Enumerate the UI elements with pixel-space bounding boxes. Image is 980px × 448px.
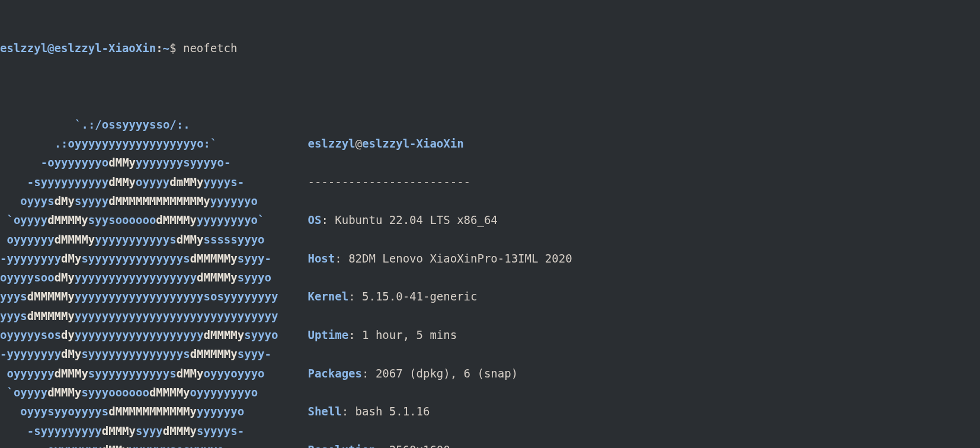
packages-key: Packages [308, 367, 362, 380]
ascii-logo-line: oyyysdMysyyyydMMMMMMMMMMMMMyyyyyyyo [0, 191, 278, 210]
os-key: OS [308, 213, 321, 226]
ascii-logo-line: oyyyyyydMMMMyyyyyyyyyyyysdMMysssssyyyo [0, 230, 278, 249]
ascii-logo: `.:/ossyyyysso/:. .:oyyyyyyyyyyyyyyyyyyo… [0, 115, 278, 448]
ascii-logo-line: `.:/ossyyyysso/:. [0, 115, 278, 134]
ascii-logo-line: .:oyyyyyyyyyyyyyyyyyyo:` [0, 134, 278, 153]
resolution-val: 2560x1600 [389, 443, 450, 448]
kernel-val: 5.15.0-41-generic [362, 290, 477, 303]
os-val: Kubuntu 22.04 LTS x86_64 [335, 213, 498, 226]
ascii-logo-line: `oyyyydMMMysyyyoooooodMMMMyoyyyyyyyyo [0, 383, 278, 402]
ascii-logo-line: oyyyyyydMMMysyyyyyyyyyyysdMMyoyyyoyyyo [0, 364, 278, 383]
ascii-logo-line: -yyyyyyyydMysyyyyyyyyyyyyyysdMMMMMysyyy- [0, 249, 278, 268]
prompt-user: eslzzyl [0, 41, 47, 55]
host-val: 82DM Lenovo XiaoXinPro-13IML 2020 [348, 252, 572, 265]
terminal-window[interactable]: eslzzyl@eslzzyl-XiaoXin:~$ neofetch `.:/… [0, 0, 980, 448]
uptime-val: 1 hour, 5 mins [362, 328, 457, 341]
prompt-host: eslzzyl-XiaoXin [55, 41, 156, 55]
packages-val: 2067 (dpkg), 6 (snap) [376, 367, 518, 380]
ascii-logo-line: oyyyyysosdyyyyyyyyyyyyyyyyyyyydMMMMysyyy… [0, 325, 278, 344]
resolution-key: Resolution [308, 443, 375, 448]
host-key: Host [308, 252, 335, 265]
ascii-logo-line: -oyyyyyyyodMMyyyyyyyysyyyyo- [0, 153, 278, 172]
kernel-key: Kernel [308, 290, 348, 303]
ascii-logo-line: -oyyyyyyydMMyyyyyyysosyyyyo- [0, 440, 278, 448]
info-dashes: ------------------------ [308, 175, 470, 188]
ascii-logo-line: yyysdMMMMMyyyyyyyyyyyyyyyyyyyysosyyyyyyy… [0, 287, 278, 306]
ascii-logo-line: -syyyyyyyyydMMMysyyydMMMysyyyys- [0, 421, 278, 440]
ascii-logo-line: yyysdMMMMMyyyyyyyyyyyyyyyyyyyyyyyyyyyyyy… [0, 306, 278, 325]
ascii-logo-line: oyyysyyoyyyysdMMMMMMMMMMMyyyyyyyo [0, 402, 278, 421]
ascii-logo-line: oyyyysoodMyyyyyyyyyyyyyyyyyyydMMMMysyyyo [0, 268, 278, 287]
ascii-logo-line: `oyyyydMMMMysyysoooooodMMMMyyyyyyyyyo` [0, 210, 278, 229]
ascii-logo-line: -syyyyyyyyyydMMyoyyyydmMMyyyyys- [0, 172, 278, 191]
prompt-path: ~ [163, 41, 169, 55]
prompt-line: eslzzyl@eslzzyl-XiaoXin:~$ neofetch [0, 39, 980, 57]
info-at: @ [356, 137, 362, 150]
prompt-at: @ [47, 41, 54, 55]
command-text: neofetch [183, 41, 238, 55]
shell-val: bash 5.1.16 [356, 405, 430, 418]
prompt-colon: : [156, 41, 162, 55]
info-host: eslzzyl-XiaoXin [362, 137, 464, 150]
uptime-key: Uptime [308, 328, 348, 341]
info-user: eslzzyl [308, 137, 355, 150]
prompt-dollar: $ [169, 41, 176, 55]
system-info: eslzzyl@eslzzyl-XiaoXin ----------------… [278, 115, 707, 448]
ascii-logo-line: -yyyyyyyydMysyyyyyyyyyyyyyysdMMMMMysyyy- [0, 344, 278, 363]
shell-key: Shell [308, 405, 341, 418]
